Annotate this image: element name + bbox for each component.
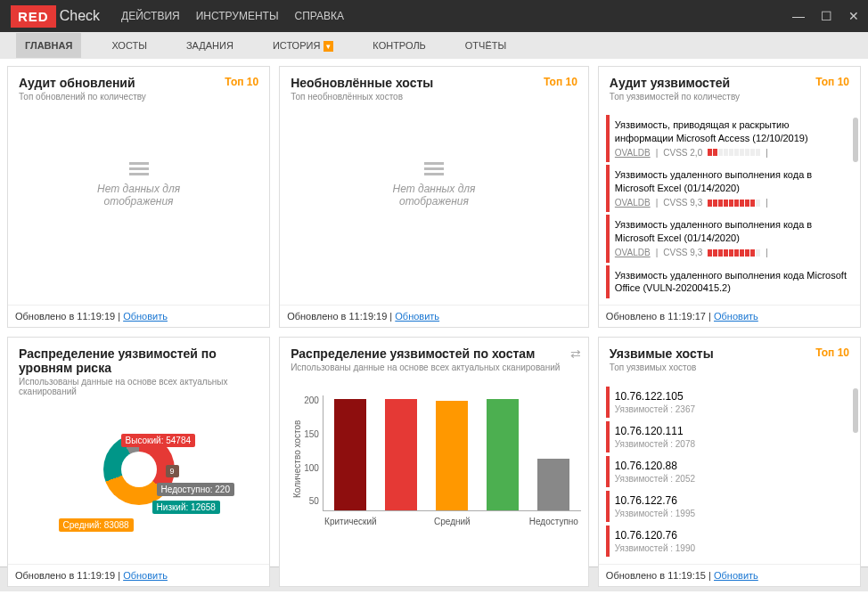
label-na: Недоступно: 220 xyxy=(157,483,234,496)
list-icon xyxy=(424,159,444,174)
panel-vuln-hosts: Уязвимые хосты Топ 10 Топ уязвимых хосто… xyxy=(598,337,861,587)
dashboard-content: Аудит обновлений Топ 10 Топ обновлений п… xyxy=(0,59,868,566)
tab-history[interactable]: ИСТОРИЯ▾ xyxy=(264,33,342,58)
bar-na xyxy=(537,459,569,510)
panel-title: Распределение уязвимостей по хостам xyxy=(291,346,535,361)
top10-link[interactable]: Топ 10 xyxy=(544,76,577,88)
panel-vuln-by-host: ⇄ Распределение уязвимостей по хостам Ис… xyxy=(279,337,589,587)
label-high: Высокий: 54784 xyxy=(121,434,195,447)
panel-subtitle: Топ уязвимых хостов xyxy=(599,363,860,379)
label-extra: 9 xyxy=(166,465,179,477)
y-axis-label: Количество хостов xyxy=(292,392,302,526)
panel-footer: Обновлено в 11:19:19 | Обновить xyxy=(8,564,269,586)
panel-risk-dist: Распределение уязвимостей по уровням рис… xyxy=(7,337,270,587)
vuln-item[interactable]: Уязвимость удаленного выполнения кода в … xyxy=(606,215,853,262)
list-icon xyxy=(129,159,149,174)
panel-footer: Обновлено в 11:19:17 | Обновить xyxy=(599,305,860,327)
logo-text: Check xyxy=(60,8,100,24)
close-icon[interactable]: ✕ xyxy=(848,9,859,23)
host-item[interactable]: 10.76.120.88Уязвимостей : 2052 xyxy=(606,456,853,487)
scrollbar[interactable] xyxy=(853,388,858,433)
host-item[interactable]: 10.76.120.111Уязвимостей : 2078 xyxy=(606,421,853,452)
bar-high xyxy=(385,399,417,510)
tab-main[interactable]: ГЛАВНАЯ xyxy=(16,33,81,58)
vuln-item[interactable]: Уязвимость, приводящая к раскрытию инфор… xyxy=(606,115,853,162)
vuln-list[interactable]: Уязвимость, приводящая к раскрытию инфор… xyxy=(599,109,860,305)
no-data-placeholder: Нет данных для отображения xyxy=(15,112,262,255)
bar-chart: Количество хостов 200 150 100 50 Критиче… xyxy=(287,383,581,526)
refresh-link[interactable]: Обновить xyxy=(714,570,758,581)
tab-reports[interactable]: ОТЧЁТЫ xyxy=(456,33,515,58)
vuln-item[interactable]: Уязвимость удаленного выполнения кода Mi… xyxy=(606,265,853,299)
host-list[interactable]: 10.76.122.105Уязвимостей : 2367 10.76.12… xyxy=(599,379,860,564)
panel-subtitle: Топ обновлений по количеству xyxy=(8,92,269,109)
window-controls: — ☐ ✕ xyxy=(792,9,859,23)
label-low: Низкий: 12658 xyxy=(152,501,220,514)
panel-title: Необновлённые хосты xyxy=(291,76,433,90)
label-medium: Средний: 83088 xyxy=(59,518,134,532)
refresh-link[interactable]: Обновить xyxy=(714,311,758,322)
y-axis-ticks: 200 150 100 50 xyxy=(302,392,323,526)
app-logo: RED Check xyxy=(11,5,100,28)
panel-footer: Обновлено в 11:19:19 | Обновить xyxy=(280,305,588,327)
maximize-icon[interactable]: ☐ xyxy=(821,9,832,23)
panel-title: Уязвимые хосты xyxy=(610,346,714,361)
tab-tasks[interactable]: ЗАДАНИЯ xyxy=(177,33,242,58)
tab-bar: ГЛАВНАЯ ХОСТЫ ЗАДАНИЯ ИСТОРИЯ▾ КОНТРОЛЬ … xyxy=(0,32,868,59)
host-item[interactable]: 10.76.122.76Уязвимостей : 1995 xyxy=(606,491,853,522)
menu-help[interactable]: СПРАВКА xyxy=(295,10,345,22)
refresh-link[interactable]: Обновить xyxy=(123,570,168,581)
bar-low xyxy=(487,399,519,510)
panel-title: Аудит уязвимостей xyxy=(610,76,730,90)
refresh-link[interactable]: Обновить xyxy=(123,311,168,322)
filter-icon: ▾ xyxy=(323,41,333,52)
donut-chart: Высокий: 54784 Средний: 83088 Низкий: 12… xyxy=(68,434,210,541)
top10-link[interactable]: Топ 10 xyxy=(815,76,849,88)
panel-subtitle: Топ необновлённых хостов xyxy=(280,92,588,109)
cvss-bar-icon xyxy=(708,149,760,156)
panel-outdated-hosts: Необновлённые хосты Топ 10 Топ необновлё… xyxy=(279,66,589,328)
vuln-item[interactable]: Уязвимость удаленного выполнения кода в … xyxy=(606,165,853,212)
minimize-icon[interactable]: — xyxy=(792,9,805,23)
host-item[interactable]: 10.76.122.105Уязвимостей : 2367 xyxy=(606,387,853,418)
logo-red: RED xyxy=(11,5,56,28)
main-menu: ДЕЙСТВИЯ ИНСТРУМЕНТЫ СПРАВКА xyxy=(121,10,344,22)
title-bar: RED Check ДЕЙСТВИЯ ИНСТРУМЕНТЫ СПРАВКА —… xyxy=(0,0,868,32)
host-item[interactable]: 10.76.120.76Уязвимостей : 1990 xyxy=(606,526,853,557)
menu-tools[interactable]: ИНСТРУМЕНТЫ xyxy=(196,10,279,22)
top10-link[interactable]: Топ 10 xyxy=(225,76,258,88)
scrollbar[interactable] xyxy=(853,118,858,162)
bar-critical xyxy=(334,399,366,510)
panel-footer: Обновлено в 11:19:15 | Обновить xyxy=(599,564,860,586)
panel-vuln-audit: Аудит уязвимостей Топ 10 Топ уязвимостей… xyxy=(598,66,861,328)
panel-title: Распределение уязвимостей по уровням рис… xyxy=(19,346,258,375)
refresh-link[interactable]: Обновить xyxy=(395,311,439,322)
cvss-bar-icon xyxy=(708,200,760,207)
panel-subtitle: Топ уязвимостей по количеству xyxy=(599,92,860,109)
bar-area: Критический Средний Недоступно xyxy=(323,395,581,511)
panel-subtitle: Использованы данные на основе всех актуа… xyxy=(280,363,588,379)
top10-link[interactable]: Топ 10 xyxy=(815,346,849,359)
tab-control[interactable]: КОНТРОЛЬ xyxy=(364,33,434,58)
panel-title: Аудит обновлений xyxy=(19,76,135,90)
panel-footer: Обновлено в 11:19:19 | Обновить xyxy=(8,305,269,327)
cvss-bar-icon xyxy=(708,249,760,257)
tab-hosts[interactable]: ХОСТЫ xyxy=(102,33,156,58)
no-data-placeholder: Нет данных для отображения xyxy=(287,112,581,255)
panel-updates-audit: Аудит обновлений Топ 10 Топ обновлений п… xyxy=(7,66,270,328)
bar-medium xyxy=(436,401,468,510)
panel-subtitle: Использованы данные на основе всех актуа… xyxy=(8,377,269,403)
swap-icon[interactable]: ⇄ xyxy=(570,346,581,361)
menu-actions[interactable]: ДЕЙСТВИЯ xyxy=(121,10,180,22)
